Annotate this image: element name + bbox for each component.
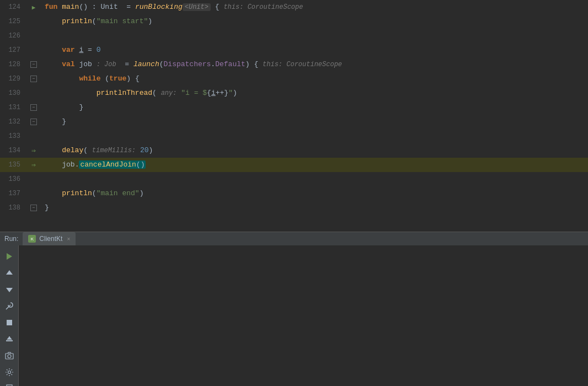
code-line-133: 133	[0, 129, 588, 143]
down-arrow-icon	[5, 285, 14, 294]
settings-button[interactable]	[2, 298, 17, 314]
code-line-124: 124 ▶ fun main() : Unit = runBlocking<Un…	[0, 0, 588, 14]
code-line-132: 132 − }	[0, 115, 588, 129]
code-line-127: 127 var i = 0	[0, 43, 588, 57]
line-num-132: 132	[0, 118, 25, 126]
line-content-127: var i = 0	[42, 43, 588, 57]
line-content-136	[42, 172, 588, 186]
line-num-124: 124	[0, 3, 25, 11]
svg-rect-4	[6, 340, 13, 341]
line-num-127: 127	[0, 46, 25, 54]
run-button[interactable]	[2, 249, 17, 264]
line-content-131: }	[42, 100, 588, 115]
line-num-130: 130	[0, 89, 25, 97]
gutter-135[interactable]: ⇒	[25, 160, 42, 169]
code-line-126: 126	[0, 29, 588, 43]
camera-button[interactable]	[2, 348, 17, 363]
line-content-138: }	[42, 201, 588, 215]
fold-icon-129[interactable]: −	[30, 76, 37, 82]
line-content-124: fun main() : Unit = runBlocking<Unit> { …	[42, 0, 588, 14]
line-content-134: delay( timeMillis: 20)	[42, 143, 588, 158]
run-tab-close[interactable]: ×	[67, 236, 70, 242]
line-num-137: 137	[0, 190, 25, 197]
gear-icon	[5, 368, 14, 377]
line-content-132: }	[42, 115, 588, 129]
line-content-125: println("main start")	[42, 14, 588, 29]
fold-icon-138[interactable]: −	[30, 205, 37, 211]
up-arrow-icon	[5, 269, 14, 277]
fold-icon-131[interactable]: −	[30, 104, 37, 111]
fold-icon-128[interactable]: −	[30, 61, 37, 68]
gutter-134[interactable]: ⇒	[25, 146, 42, 155]
svg-point-9	[8, 371, 10, 374]
camera-icon	[5, 351, 14, 360]
line-content-137: println("main end")	[42, 186, 588, 201]
gear-button[interactable]	[2, 364, 17, 380]
gutter-132[interactable]: −	[25, 119, 42, 125]
import-icon	[5, 335, 14, 344]
line-num-126: 126	[0, 32, 25, 40]
gutter-129[interactable]: −	[25, 76, 42, 82]
code-line-130: 130 printlnThread( any: "i = ${i++}")	[0, 86, 588, 100]
code-editor: 124 ▶ fun main() : Unit = runBlocking<Un…	[0, 0, 588, 232]
gutter-131[interactable]: −	[25, 104, 42, 111]
run-tab-name: ClientKt	[39, 235, 62, 243]
code-line-136: 136	[0, 172, 588, 186]
gutter-128[interactable]: −	[25, 61, 42, 68]
code-line-137: 137 println("main end")	[0, 186, 588, 201]
stop-icon	[5, 318, 14, 327]
step-over-icon-134[interactable]: ⇒	[31, 146, 36, 155]
line-num-138: 138	[0, 204, 25, 212]
line-content-129: while (true) {	[42, 72, 588, 86]
run-arrow-icon[interactable]: ▶	[32, 4, 36, 11]
scroll-up-button[interactable]	[2, 265, 17, 281]
line-num-131: 131	[0, 104, 25, 111]
wrench-icon	[5, 302, 14, 310]
code-line-138: 138 − }	[0, 201, 588, 215]
run-output	[19, 245, 588, 386]
run-toolbar	[0, 245, 19, 386]
stop-button[interactable]	[2, 315, 17, 330]
line-num-136: 136	[0, 175, 25, 183]
code-line-131: 131 − }	[0, 100, 588, 115]
svg-marker-2	[6, 288, 13, 292]
scroll-down-button[interactable]	[2, 282, 17, 297]
line-num-134: 134	[0, 147, 25, 154]
run-label: Run:	[4, 235, 18, 243]
tab-run-icon: K	[28, 235, 36, 243]
line-content-135: job.cancelAndJoin()	[42, 158, 588, 172]
line-content-130: printlnThread( any: "i = ${i++}")	[42, 86, 588, 100]
gutter-138[interactable]: −	[25, 205, 42, 211]
line-num-133: 133	[0, 132, 25, 140]
line-content-126	[42, 29, 588, 43]
play-icon	[5, 252, 14, 261]
step-over-icon-135[interactable]: ⇒	[31, 160, 36, 169]
code-line-128: 128 − val job : Job = launch(Dispatchers…	[0, 57, 588, 72]
gutter-124[interactable]: ▶	[25, 4, 42, 11]
code-line-129: 129 − while (true) {	[0, 72, 588, 86]
import-button[interactable]	[2, 331, 17, 347]
code-line-125: 125 println("main start")	[0, 14, 588, 29]
run-tab-clientkt[interactable]: K ClientKt ×	[23, 232, 76, 245]
line-num-135: 135	[0, 161, 25, 169]
line-content-133	[42, 129, 588, 143]
line-num-125: 125	[0, 18, 25, 25]
run-content	[0, 245, 588, 386]
svg-marker-0	[7, 253, 12, 260]
svg-point-8	[8, 355, 11, 358]
svg-marker-1	[6, 270, 13, 275]
line-content-128: val job : Job = launch(Dispatchers.Defau…	[42, 57, 588, 72]
run-panel: Run: K ClientKt ×	[0, 232, 588, 386]
line-num-129: 129	[0, 75, 25, 83]
run-tab-bar: Run: K ClientKt ×	[0, 232, 588, 245]
fold-icon-132[interactable]: −	[30, 119, 37, 125]
line-num-128: 128	[0, 61, 25, 68]
svg-rect-3	[7, 320, 12, 325]
code-line-135: 135 ⇒ job.cancelAndJoin()	[0, 158, 588, 172]
code-line-134: 134 ⇒ delay( timeMillis: 20)	[0, 143, 588, 158]
print-button[interactable]	[2, 381, 17, 386]
